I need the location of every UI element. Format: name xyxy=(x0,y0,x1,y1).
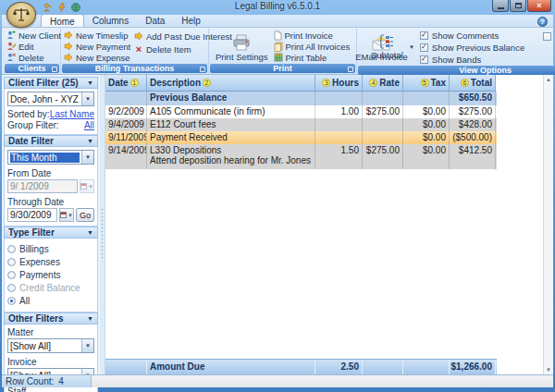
dialog-launcher-icon[interactable] xyxy=(348,67,353,72)
ribbon: New Client Edit Delete Clients xyxy=(2,28,553,75)
new-client-person-icon xyxy=(6,31,16,40)
tab-columns[interactable]: Columns xyxy=(84,14,137,27)
chevron-down-icon: ▼ xyxy=(87,80,93,86)
grid-footer-amount-due: Amount Due 2.50 $1,266.00 xyxy=(105,359,497,374)
show-bands-checkbox[interactable]: ✓ Show Bands xyxy=(420,54,524,65)
column-header-hours[interactable]: 3 Hours xyxy=(315,75,363,92)
horizontal-scrollbar[interactable] xyxy=(92,375,553,387)
status-bar: Row Count: 4 xyxy=(2,374,553,387)
print-all-invoices-button[interactable]: Print All Invoices xyxy=(274,41,351,52)
radio-billings[interactable]: Billings xyxy=(7,243,94,254)
column-header-description[interactable]: Description 2 xyxy=(147,75,315,92)
client-combobox[interactable]: Doe, John - XYZ Corporation ▼ xyxy=(7,92,94,106)
subtotal-dropdown-arrow-icon[interactable]: ▼ xyxy=(409,44,414,50)
ribbon-group-clients: New Client Edit Delete Clients xyxy=(4,29,61,74)
checkbox-icon: ✓ xyxy=(420,55,428,64)
question-icon: ? xyxy=(540,18,545,26)
main-area: Client Filter (25) ▼ Doe, John - XYZ Cor… xyxy=(2,75,553,374)
through-date-field[interactable]: 9/30/2009 xyxy=(7,208,57,222)
date-filter-header[interactable]: Date Filter ▼ xyxy=(4,135,98,147)
sidebar-splitter[interactable] xyxy=(100,75,105,374)
scroll-down-icon[interactable]: ▼ xyxy=(546,366,551,374)
calendar-icon xyxy=(60,212,67,218)
filter-sidebar: Client Filter (25) ▼ Doe, John - XYZ Cor… xyxy=(2,75,100,374)
from-date-field[interactable]: 9/ 1/2009 xyxy=(7,179,78,193)
radio-icon xyxy=(7,284,16,292)
ribbon-tab-bar: Home Columns Data Help ? xyxy=(2,15,553,28)
tab-home[interactable]: Home xyxy=(41,14,84,27)
delete-person-icon xyxy=(6,53,16,62)
radio-icon xyxy=(7,297,16,305)
chevron-down-icon: ▼ xyxy=(87,315,93,322)
grid-header-row: Date 1 Description 2 3 Hours 4 Rate xyxy=(105,75,497,92)
vertical-scrollbar[interactable]: ▲ ▼ xyxy=(543,75,553,374)
table-grid-icon xyxy=(274,53,283,62)
print-settings-button[interactable]: Print Settings xyxy=(212,30,272,63)
radio-payments[interactable]: Payments xyxy=(7,269,94,280)
maximize-button[interactable] xyxy=(510,0,526,12)
radio-all[interactable]: All xyxy=(7,295,94,306)
radio-expenses[interactable]: Expenses xyxy=(7,256,94,267)
combo-arrow-icon: ▼ xyxy=(81,151,93,164)
column-header-rate[interactable]: 4 Rate xyxy=(363,75,403,92)
table-row[interactable]: 9/2/2009 A105 Communicate (in firm) 1.00… xyxy=(105,105,497,118)
type-filter-header[interactable]: Type Filter ▼ xyxy=(4,227,98,239)
sorted-by-link[interactable]: Last Name xyxy=(50,109,94,119)
grid-empty-area xyxy=(105,169,543,359)
minimize-button[interactable] xyxy=(492,0,509,12)
close-button[interactable]: × xyxy=(527,0,551,12)
table-row[interactable]: 9/14/2009 L330 Depositions Attend deposi… xyxy=(105,144,497,169)
new-timeslip-button[interactable]: New Timeslip xyxy=(64,30,130,41)
new-client-button[interactable]: New Client xyxy=(6,30,57,41)
checkbox-icon: ✓ xyxy=(420,31,428,40)
print-invoice-button[interactable]: Print Invoice xyxy=(274,30,351,41)
radio-credit-balance[interactable]: Credit Balance xyxy=(7,282,94,293)
table-row-previous-balance[interactable]: Previous Balance $650.50 xyxy=(105,92,497,105)
scroll-up-icon[interactable]: ▲ xyxy=(546,76,551,83)
column-header-tax[interactable]: 5 Tax xyxy=(403,75,450,92)
subtotal-button[interactable]: Subtotal xyxy=(367,33,407,61)
yellow-arrow-icon xyxy=(64,31,73,40)
new-expense-button[interactable]: New Expense xyxy=(64,52,130,63)
delete-client-button[interactable]: Delete xyxy=(6,52,57,63)
ribbon-group-view-options: Subtotal ▼ ✓ Show Comments ✓ Show Previo… xyxy=(357,29,555,74)
group-filter-link[interactable]: All xyxy=(84,120,94,130)
printer-icon xyxy=(232,34,251,51)
table-row-payment[interactable]: 9/11/2009 Payment Received $0.00 ($500.0… xyxy=(105,131,497,144)
help-button[interactable]: ? xyxy=(537,17,548,27)
scales-of-justice-icon xyxy=(12,6,31,23)
matter-label: Matter xyxy=(7,327,94,337)
edit-client-button[interactable]: Edit xyxy=(6,41,57,52)
combo-arrow-icon: ▼ xyxy=(81,339,93,352)
from-date-calendar-button[interactable]: ▼ xyxy=(80,179,94,193)
show-previous-balance-checkbox[interactable]: ✓ Show Previous Balance xyxy=(420,42,524,53)
show-comments-checkbox[interactable]: ✓ Show Comments xyxy=(420,30,524,41)
through-date-calendar-button[interactable]: ▼ xyxy=(59,208,74,222)
column-header-total[interactable]: 6 Total xyxy=(450,75,496,92)
checkbox-icon: ✓ xyxy=(543,32,551,41)
search-footer-checkbox[interactable]: ✓ Search Footer xyxy=(543,31,555,42)
chevron-down-icon: ▼ xyxy=(87,229,93,236)
view-options-group-label: View Options xyxy=(358,66,555,75)
print-table-button[interactable]: Print Table xyxy=(274,52,351,63)
dialog-launcher-icon[interactable] xyxy=(200,67,205,72)
date-range-combobox[interactable]: This Month ▼ xyxy=(7,150,94,165)
tab-data[interactable]: Data xyxy=(137,14,173,27)
column-badge: 5 xyxy=(421,79,429,87)
matter-combobox[interactable]: [Show All] ▼ xyxy=(7,338,94,353)
tab-help[interactable]: Help xyxy=(173,14,209,27)
go-button[interactable]: Go xyxy=(76,208,94,222)
through-date-label: Through Date xyxy=(7,197,94,207)
column-badge: 6 xyxy=(461,79,469,87)
checkbox-icon: ✓ xyxy=(420,43,428,52)
client-filter-header[interactable]: Client Filter (25) ▼ xyxy=(4,77,98,89)
app-menu-button[interactable] xyxy=(6,2,36,28)
dialog-launcher-icon[interactable] xyxy=(52,67,57,72)
other-filters-header[interactable]: Other Filters ▼ xyxy=(4,312,98,325)
table-row[interactable]: 9/4/2009 E112 Court fees $0.00 $428.00 xyxy=(105,118,497,131)
sorted-by-label: Sorted by: xyxy=(7,109,50,119)
column-header-date[interactable]: Date 1 xyxy=(105,75,147,92)
column-badge: 3 xyxy=(322,79,330,87)
new-payment-button[interactable]: New Payment xyxy=(64,41,130,52)
from-date-label: From Date xyxy=(7,168,94,178)
